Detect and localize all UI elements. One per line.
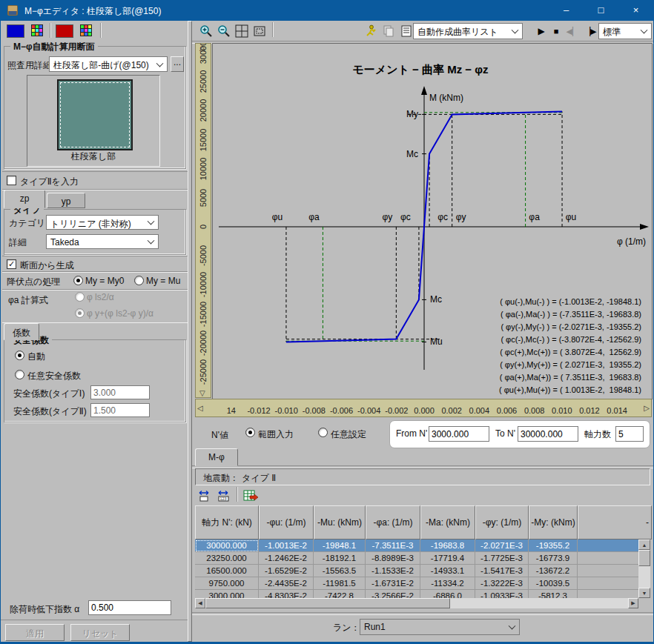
- play-icon[interactable]: ▶: [533, 23, 549, 39]
- table-cell[interactable]: -4.8303E-2: [259, 590, 314, 598]
- tab-coefficient[interactable]: 係数: [4, 323, 39, 340]
- ruler-right-arrow[interactable]: ▷: [644, 404, 650, 412]
- table-cell[interactable]: -1.6731E-2: [366, 577, 420, 590]
- color-matrix-icon[interactable]: [30, 24, 44, 37]
- zoom-fit-icon[interactable]: [234, 23, 250, 39]
- reset-button[interactable]: リセット: [70, 624, 130, 641]
- table-body[interactable]: 30000.000-1.0013E-2-19848.1-7.3511E-3-19…: [195, 540, 640, 598]
- table-cell[interactable]: -7422.8: [314, 590, 366, 598]
- fit-number-column-icon[interactable]: 123: [216, 488, 232, 504]
- table-cell[interactable]: -1.1533E-2: [366, 565, 420, 577]
- yield-my0-radio[interactable]: [73, 276, 83, 285]
- table-cell[interactable]: -18192.1: [314, 552, 366, 565]
- table-row[interactable]: 30000.000-1.0013E-2-19848.1-7.3511E-3-19…: [195, 540, 640, 552]
- tab-zp[interactable]: zp: [4, 190, 45, 208]
- curvature-list-dropdown[interactable]: 自動作成曲率リスト: [413, 23, 523, 39]
- zoom-window-icon[interactable]: [251, 23, 268, 39]
- table-hscrollbar[interactable]: ◀ ▶: [195, 598, 638, 608]
- scroll-up-icon[interactable]: ▲: [638, 540, 650, 550]
- chart-plot-area[interactable]: モーメント − 曲率 Mz − φzM (kNm)φ (1/m)φcφyφaφu…: [212, 43, 653, 399]
- zoom-out-icon[interactable]: [216, 23, 232, 39]
- table-header-cell[interactable]: -φa: (1/m): [366, 505, 420, 540]
- safety-auto-radio[interactable]: [15, 351, 24, 360]
- table-cell[interactable]: -10039.5: [529, 577, 578, 590]
- scroll-right-icon[interactable]: ▶: [628, 598, 638, 608]
- table-cell[interactable]: -2.0271E-3: [475, 540, 529, 552]
- table-cell[interactable]: -19683.8: [420, 540, 475, 552]
- close-button[interactable]: ×: [618, 0, 653, 21]
- to-n-field[interactable]: [518, 426, 578, 442]
- table-cell[interactable]: -14933.1: [420, 565, 475, 577]
- table-cell[interactable]: -1.6529E-2: [259, 565, 314, 577]
- table-header-cell[interactable]: 軸力 N': (kN): [195, 505, 259, 540]
- table-cell[interactable]: -11334.2: [420, 577, 475, 590]
- table-cell[interactable]: -1.5417E-3: [475, 565, 529, 577]
- table-cell[interactable]: -19355.2: [529, 540, 578, 552]
- table-cell[interactable]: 3000.000: [195, 590, 259, 598]
- table-cell[interactable]: 30000.000: [195, 540, 259, 552]
- table-cell[interactable]: -1.0013E-2: [259, 540, 314, 552]
- table-cell[interactable]: -15563.5: [314, 565, 366, 577]
- section-detail-dropdown[interactable]: 柱段落し部-曲げ(@150): [49, 56, 168, 72]
- table-header-cell[interactable]: -Mu: (kNm): [314, 505, 366, 540]
- step-back-icon[interactable]: ◀▏: [564, 23, 581, 39]
- stop-icon[interactable]: ■: [548, 23, 564, 39]
- table-header-cell[interactable]: -Ma: (kNm): [420, 505, 475, 540]
- axial-count-field[interactable]: [615, 426, 644, 442]
- table-header-cell[interactable]: -My: (kNm): [529, 505, 578, 540]
- table-header-cell[interactable]: -: [578, 505, 652, 540]
- minimize-button[interactable]: –: [549, 0, 584, 21]
- scroll-down-icon[interactable]: ▼: [638, 588, 650, 598]
- range-input-radio[interactable]: [245, 428, 255, 437]
- maximize-button[interactable]: □: [584, 0, 618, 21]
- y-ruler[interactable]: △ ▽ 300002500020000150001000050000-5000-…: [195, 43, 211, 398]
- hscroll-thumb[interactable]: [205, 598, 450, 608]
- zoom-in-icon[interactable]: [198, 23, 214, 39]
- table-row[interactable]: 3000.000-4.8303E-2-7422.8-3.2566E-2-6886…: [195, 590, 640, 598]
- table-cell[interactable]: -13672.2: [529, 565, 578, 577]
- fit-column-icon[interactable]: [196, 488, 213, 504]
- table-cell[interactable]: -16773.9: [529, 552, 578, 565]
- table-cell[interactable]: -1.7725E-3: [475, 552, 529, 565]
- safety-type2-field[interactable]: [90, 403, 150, 417]
- ruler-left-arrow[interactable]: ◁: [197, 404, 203, 412]
- type-detail-dropdown[interactable]: Takeda: [46, 234, 159, 249]
- speed-dropdown[interactable]: 標準: [598, 23, 652, 39]
- table-cell[interactable]: -6886.0: [420, 590, 475, 598]
- panel-splitter[interactable]: [188, 21, 192, 642]
- from-n-field[interactable]: [429, 426, 489, 442]
- table-cell[interactable]: -7.3511E-3: [366, 540, 420, 552]
- table-vscrollbar[interactable]: ▲ ▼: [638, 540, 650, 598]
- x-ruler[interactable]: ◁ ▷ 14-0.012-0.010-0.008-0.006-0.004-0.0…: [195, 399, 652, 417]
- step-forward-icon[interactable]: ▕▶: [582, 23, 598, 39]
- table-cell[interactable]: -17719.4: [420, 552, 475, 565]
- tab-yp[interactable]: yp: [47, 193, 85, 208]
- table-cell[interactable]: -1.0933E-3: [475, 590, 529, 598]
- generate-checkbox[interactable]: ✓: [7, 259, 16, 269]
- arbitrary-radio[interactable]: [318, 428, 328, 437]
- table-header-cell[interactable]: -φy: (1/m): [475, 505, 529, 540]
- table-cell[interactable]: 9750.000: [195, 577, 259, 590]
- apply-button[interactable]: 適用: [5, 624, 65, 641]
- table-row[interactable]: 16500.000-1.6529E-2-15563.5-1.1533E-2-14…: [195, 565, 640, 577]
- table-cell[interactable]: -8.8989E-3: [366, 552, 420, 565]
- yield-mu-radio[interactable]: [134, 276, 144, 285]
- list-report-icon[interactable]: [398, 23, 414, 39]
- export-table-icon[interactable]: [242, 488, 259, 504]
- table-cell[interactable]: -11981.5: [314, 577, 366, 590]
- table-cell[interactable]: 23250.000: [195, 552, 259, 565]
- color-matrix-icon[interactable]: [79, 24, 93, 37]
- table-row[interactable]: 23250.000-1.2462E-2-18192.1-8.8989E-3-17…: [195, 552, 640, 565]
- red-swatch-button[interactable]: [56, 24, 73, 38]
- category-dropdown[interactable]: トリリニア (非対称): [46, 215, 159, 230]
- tab-mphi[interactable]: M-φ: [195, 448, 238, 466]
- unload-field[interactable]: [88, 600, 171, 615]
- table-header-cell[interactable]: -φu: (1/m): [259, 505, 314, 540]
- safety-type1-field[interactable]: [90, 385, 150, 399]
- table-row[interactable]: 9750.000-2.4435E-2-11981.5-1.6731E-2-113…: [195, 577, 640, 590]
- safety-custom-radio[interactable]: [15, 370, 24, 379]
- table-cell[interactable]: -1.3222E-3: [475, 577, 529, 590]
- run-dropdown[interactable]: Run1: [360, 619, 520, 635]
- run-person-icon[interactable]: [363, 23, 379, 39]
- table-cell[interactable]: -3.2566E-2: [366, 590, 420, 598]
